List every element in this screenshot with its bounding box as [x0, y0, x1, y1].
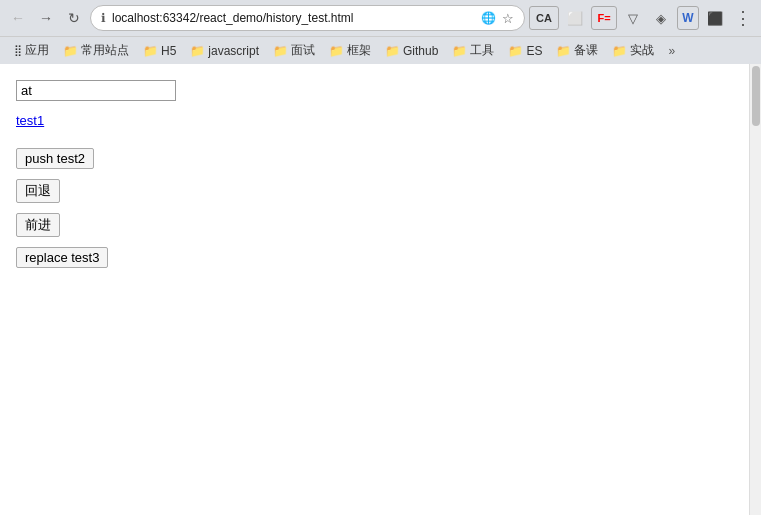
address-bar[interactable]: ℹ localhost:63342/react_demo/history_tes… [90, 5, 525, 31]
folder-icon-9: 📁 [612, 44, 627, 58]
bookmark-common-sites[interactable]: 📁 常用站点 [57, 40, 135, 61]
bookmark-javascript[interactable]: 📁 javascript [184, 42, 265, 60]
browser-chrome: ← → ↻ ℹ localhost:63342/react_demo/histo… [0, 0, 761, 64]
back-button-page[interactable]: 回退 [16, 179, 60, 203]
bookmark-interview[interactable]: 📁 面试 [267, 40, 321, 61]
replace-test3-button[interactable]: replace test3 [16, 247, 108, 268]
ext-diamond-button[interactable]: ◈ [649, 6, 673, 30]
back-button[interactable]: ← [6, 6, 30, 30]
bookmark-label-1: H5 [161, 44, 176, 58]
bookmark-apps[interactable]: ⣿ 应用 [8, 40, 55, 61]
folder-icon-0: 📁 [63, 44, 78, 58]
bookmark-label-4: 框架 [347, 42, 371, 59]
ext-fe-button[interactable]: F= [591, 6, 617, 30]
menu-button[interactable]: ⋮ [731, 6, 755, 30]
folder-icon-4: 📁 [329, 44, 344, 58]
ext-grid-button[interactable]: ⬛ [703, 6, 727, 30]
bookmark-h5[interactable]: 📁 H5 [137, 42, 182, 60]
bookmark-es[interactable]: 📁 ES [502, 42, 548, 60]
forward-button[interactable]: → [34, 6, 58, 30]
ext-arrow-button[interactable]: ▽ [621, 6, 645, 30]
translate-icon: 🌐 [481, 11, 496, 25]
test1-link[interactable]: test1 [16, 113, 733, 128]
folder-icon-8: 📁 [556, 44, 571, 58]
bookmark-framework[interactable]: 📁 框架 [323, 40, 377, 61]
forward-button-page[interactable]: 前进 [16, 213, 60, 237]
apps-grid-icon: ⣿ [14, 44, 22, 57]
nav-icons: CA ⬜ F= ▽ ◈ W ⬛ ⋮ [529, 6, 755, 30]
push-test2-button[interactable]: push test2 [16, 148, 94, 169]
folder-icon-1: 📁 [143, 44, 158, 58]
bookmark-label-8: 备课 [574, 42, 598, 59]
main-area: test1 push test2 回退 前进 replace test3 [0, 64, 761, 515]
bookmark-label-9: 实战 [630, 42, 654, 59]
bookmark-label-5: Github [403, 44, 438, 58]
bookmark-apps-label: 应用 [25, 42, 49, 59]
bookmark-label-6: 工具 [470, 42, 494, 59]
page-content: test1 push test2 回退 前进 replace test3 [0, 64, 749, 515]
bookmark-prep[interactable]: 📁 备课 [550, 40, 604, 61]
reload-button[interactable]: ↻ [62, 6, 86, 30]
bookmark-label-0: 常用站点 [81, 42, 129, 59]
ext-w-button[interactable]: W [677, 6, 699, 30]
folder-icon-6: 📁 [452, 44, 467, 58]
bookmark-label-7: ES [526, 44, 542, 58]
bookmark-label-2: javascript [208, 44, 259, 58]
folder-icon-2: 📁 [190, 44, 205, 58]
bookmark-practice[interactable]: 📁 实战 [606, 40, 660, 61]
folder-icon-7: 📁 [508, 44, 523, 58]
search-input[interactable] [16, 80, 176, 101]
bookmark-label-3: 面试 [291, 42, 315, 59]
bookmark-github[interactable]: 📁 Github [379, 42, 444, 60]
folder-icon-3: 📁 [273, 44, 288, 58]
bookmark-tools[interactable]: 📁 工具 [446, 40, 500, 61]
folder-icon-5: 📁 [385, 44, 400, 58]
lock-icon: ℹ [101, 11, 106, 25]
scrollbar-thumb[interactable] [752, 66, 760, 126]
nav-bar: ← → ↻ ℹ localhost:63342/react_demo/histo… [0, 0, 761, 36]
star-icon[interactable]: ☆ [502, 11, 514, 26]
ext-ca-button[interactable]: CA [529, 6, 559, 30]
address-text: localhost:63342/react_demo/history_test.… [112, 11, 475, 25]
bookmarks-more-button[interactable]: » [664, 42, 679, 60]
ext-square-button[interactable]: ⬜ [563, 6, 587, 30]
bookmarks-bar: ⣿ 应用 📁 常用站点 📁 H5 📁 javascript 📁 面试 📁 框架 … [0, 36, 761, 64]
scrollbar-track[interactable] [749, 64, 761, 515]
